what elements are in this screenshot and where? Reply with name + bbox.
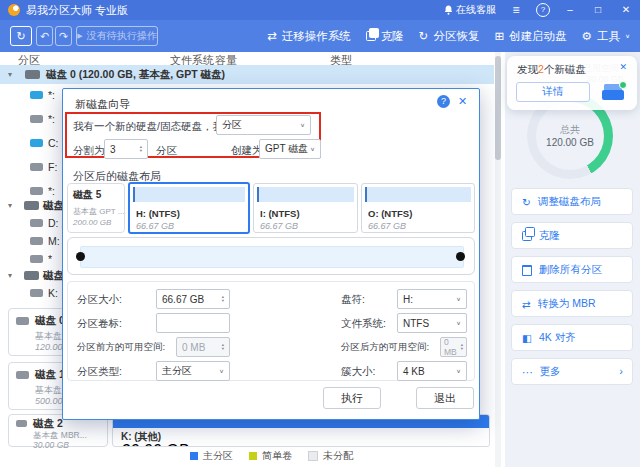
chevron-down-icon: ∨ [456,296,461,302]
stepper-arrows-icon[interactable]: ▴▾ [140,145,142,153]
pending-operations-label: 没有待执行操作 [87,29,157,43]
split-suffix-label: 分区 [156,144,177,158]
partition-i-letter: I: (NTFS) [260,208,300,219]
preview-partition-i[interactable]: I: (NTFS) 66.67 GB [253,183,358,233]
disk-icon [25,70,40,79]
execute-button[interactable]: 执行 [323,387,381,409]
close-button[interactable]: ✕ [618,0,634,20]
undo-icon: ↶ [40,30,49,43]
disk2-card-name: 磁盘 2 [33,417,63,431]
titlebar: 易我分区大师 专业版 在线客服 ≡ ? – □ ✕ [0,0,640,20]
align-4k-button[interactable]: ◧ 4K 对齐 [511,324,633,351]
tree-row-partition[interactable]: F: [0,160,60,176]
partition-count-value: 3 [110,144,116,155]
partition-type-value: 主分区 [162,364,192,378]
pending-operations-button[interactable]: ▶ 没有待执行操作 [76,26,158,46]
migrate-os-button[interactable]: ⇄ 迁移操作系统 [267,29,351,44]
tree-partition-label: *: [48,185,55,197]
chevron-down-icon: ∨ [456,320,461,326]
undo-button[interactable]: ↶ [36,26,53,46]
partition-usage-bar [257,187,354,202]
volume-label-label: 分区卷标: [77,317,122,331]
partition-recovery-label: 分区恢复 [433,29,479,44]
minimize-button[interactable]: – [562,0,578,20]
tree-row-partition[interactable]: *: [0,112,60,128]
help-icon[interactable]: ? [536,3,550,17]
filesystem-value: NTFS [403,318,429,329]
partition-i-size: 66.67 GB [260,221,298,231]
tree-row-partition[interactable]: D: 新 [0,216,60,232]
stepper-arrows-icon[interactable]: ▴▾ [222,295,224,303]
tree-row-disk2[interactable]: ▾ 磁盘 2 (3 [0,268,60,284]
convert-to-mbr-button[interactable]: ⇄ 转换为 MBR [511,290,633,317]
tree-row-disk1[interactable]: ▾ 磁盘 1 (5 [0,198,60,214]
partition-size-value: 66.67 GB [162,294,204,305]
tree-row-partition[interactable]: *: [0,88,60,104]
details-button[interactable]: 详情 [516,82,590,102]
redo-icon: ↷ [59,30,68,43]
tools-menu-button[interactable]: ⚙ 工具 ∨ [582,29,630,44]
space-after-stepper[interactable]: 0 MB ▴▾ [440,337,467,357]
partition-size-stepper[interactable]: 66.67 GB ▴▾ [156,289,230,309]
online-service-button[interactable]: 在线客服 [444,3,496,17]
notification-close-icon[interactable]: ✕ [619,62,627,72]
filesystem-select[interactable]: NTFS ∨ [397,313,467,333]
bootdisk-icon: ⊞ [494,29,504,43]
trash-icon [522,265,532,276]
primary-partition-swatch [190,452,198,460]
exit-button[interactable]: 退出 [416,387,474,409]
migrate-os-label: 迁移操作系统 [282,29,351,44]
volume-label-input[interactable] [156,313,230,333]
disk-icon [24,201,39,210]
partition-recovery-button[interactable]: ↻ 分区恢复 [419,29,480,44]
size-slider [67,237,475,275]
tree-row-partition[interactable]: M: [0,234,60,250]
tree-row-disk0[interactable]: ▾ 磁盘 0 (120.00 GB, 基本盘, GPT 磁盘) [0,65,494,84]
partition-icon [30,163,43,171]
more-button[interactable]: ⋯ 更多 › [511,358,633,385]
chevron-down-icon: ∨ [456,368,461,374]
refresh-button[interactable]: ↻ [10,26,32,46]
action-select[interactable]: 分区 ∨ [216,115,311,135]
slider-handle-right[interactable] [456,252,465,261]
migrate-icon: ⇄ [267,29,277,43]
sidebar-clone-button[interactable]: 克隆 [511,222,633,249]
delete-all-partitions-button[interactable]: 删除所有分区 [511,256,633,283]
tree-row-partition[interactable]: C: [0,136,60,152]
tree-row-partition[interactable]: K: [0,286,60,302]
maximize-button[interactable]: □ [590,0,606,20]
slider-handle-left[interactable] [76,252,85,261]
chevron-down-icon: ▾ [8,70,12,79]
space-after-value: 0 MB [444,337,461,357]
stepper-arrows-icon: ▴▾ [461,343,463,351]
dialog-close-icon[interactable]: ✕ [458,95,467,108]
create-bootable-disk-button[interactable]: ⊞ 创建启动盘 [494,29,566,44]
preview-partition-h[interactable]: H: (NTFS) 66.67 GB [128,182,250,234]
slider-track[interactable] [80,246,464,268]
partition-count-stepper[interactable]: 3 ▴▾ [104,139,148,159]
menu-icon[interactable]: ≡ [508,0,524,20]
partition-o-size: 66.67 GB [368,221,406,231]
tree-row-partition[interactable]: * [0,252,60,268]
space-after-label: 分区后方的可用空间: [341,341,429,354]
align-4k-label: 4K 对齐 [539,331,576,345]
preview-partition-o[interactable]: O: (NTFS) 66.67 GB [361,183,475,233]
partition-icon [30,237,43,245]
partition-icon [30,255,43,263]
space-before-value: 0 MB [182,342,205,353]
clone-button[interactable]: 克隆 [366,29,404,44]
preview-disk-card: 磁盘 5 基本盘 GPT ... 200.00 GB [67,183,125,233]
partition-type-select[interactable]: 主分区 ∨ [156,361,230,381]
adjust-disk-layout-button[interactable]: ↻ 调整磁盘布局 [511,188,633,215]
legend: 主分区 简单卷 未分配 [190,449,353,463]
space-before-stepper[interactable]: 0 MB ▴▾ [176,337,230,357]
dialog-help-icon[interactable]: ? [437,95,450,108]
drive-letter-select[interactable]: H: ∨ [397,289,467,309]
redo-button[interactable]: ↷ [55,26,72,46]
tree-partition-label: *: [48,89,55,101]
disk-style-select[interactable]: GPT 磁盘 ∨ [259,139,321,159]
scrollbar-thumb[interactable] [495,56,501,160]
preview-disk-type: 基本盘 GPT ... [73,206,124,217]
cluster-size-select[interactable]: 4 KB ∨ [397,361,467,381]
stepper-arrows-icon: ▴▾ [222,343,224,351]
